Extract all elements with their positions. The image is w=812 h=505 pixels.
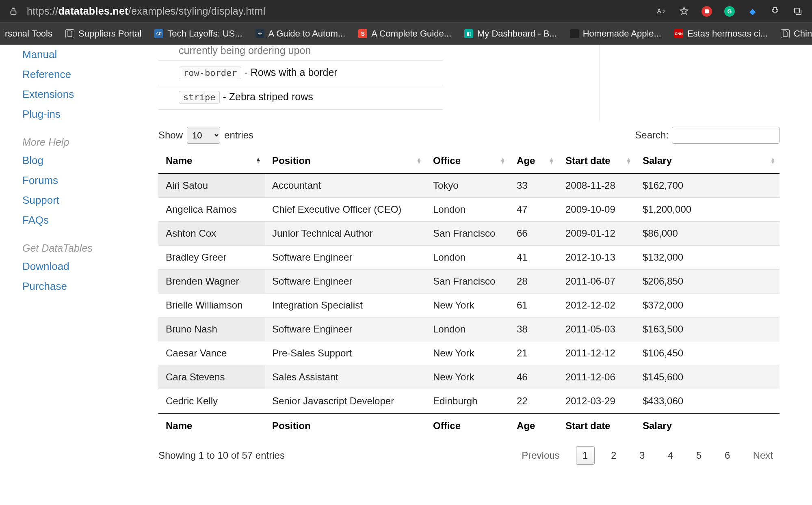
table-info: Showing 1 to 10 of 57 entries bbox=[158, 450, 285, 461]
gem-icon[interactable]: ◆ bbox=[747, 6, 758, 17]
search-control: Search: bbox=[635, 127, 780, 144]
option-desc: - Zebra striped rows bbox=[223, 91, 313, 102]
extension-red-icon[interactable] bbox=[702, 6, 712, 17]
sidebar-link[interactable]: Forums bbox=[22, 170, 158, 190]
url-path: /examples/styling/display.html bbox=[128, 5, 266, 17]
table-row[interactable]: Bradley GreerSoftware EngineerLondon4120… bbox=[158, 246, 780, 270]
paginate-page[interactable]: 1 bbox=[576, 446, 595, 465]
column-header[interactable]: Name▲▼ bbox=[158, 149, 265, 173]
table-row[interactable]: Angelica RamosChief Executive Officer (C… bbox=[158, 198, 780, 222]
sort-icon: ▲▼ bbox=[256, 158, 261, 164]
table-cell: $206,850 bbox=[635, 270, 780, 294]
bookmark-label: rsonal Tools bbox=[5, 28, 52, 39]
length-select[interactable]: 10 bbox=[187, 127, 220, 144]
lock-icon bbox=[9, 7, 18, 16]
column-footer: Age bbox=[509, 413, 558, 438]
table-cell: Pre-Sales Support bbox=[265, 341, 426, 365]
paginate-page[interactable]: 3 bbox=[633, 446, 652, 465]
table-header-row: Name▲▼Position▲▼Office▲▼Age▲▼Start date▲… bbox=[158, 149, 780, 173]
table-cell: 21 bbox=[509, 341, 558, 365]
bookmark-item[interactable]: Suppliers Portal bbox=[65, 28, 141, 39]
sidebar-link[interactable]: Plug-ins bbox=[22, 104, 158, 124]
bookmark-item[interactable]: Homemade Apple... bbox=[570, 28, 661, 39]
table-row[interactable]: Ashton CoxJunior Technical AuthorSan Fra… bbox=[158, 222, 780, 246]
sort-icon: ▲▼ bbox=[626, 158, 631, 164]
bookmark-item[interactable]: SA Complete Guide... bbox=[358, 28, 451, 39]
table-controls: Show 10 entries Search: bbox=[158, 110, 780, 149]
paginate-page[interactable]: 4 bbox=[661, 446, 680, 465]
favicon-icon: ◧ bbox=[464, 29, 473, 38]
table-cell: Software Engineer bbox=[265, 317, 426, 341]
table-cell: $106,450 bbox=[635, 341, 780, 365]
sidebar-link[interactable]: FAQs bbox=[22, 210, 158, 230]
url-domain: datatables.net bbox=[58, 5, 128, 17]
table-cell: Senior Javascript Developer bbox=[265, 389, 426, 414]
table-cell: 2011-12-12 bbox=[558, 341, 635, 365]
grammarly-icon[interactable]: G bbox=[724, 6, 735, 17]
table-cell: London bbox=[426, 198, 509, 222]
table-row[interactable]: Caesar VancePre-Sales SupportNew York212… bbox=[158, 341, 780, 365]
bookmark-item[interactable]: cbTech Layoffs: US... bbox=[154, 28, 242, 39]
paginate-page[interactable]: 5 bbox=[690, 446, 708, 465]
column-label: Name bbox=[166, 155, 192, 166]
column-header[interactable]: Start date▲▼ bbox=[558, 149, 635, 173]
table-cell: 38 bbox=[509, 317, 558, 341]
table-cell: $145,600 bbox=[635, 365, 780, 389]
sidebar-link[interactable]: Download bbox=[22, 257, 158, 276]
bookmark-item[interactable]: rsonal Tools bbox=[5, 28, 52, 39]
paginate-page[interactable]: 6 bbox=[718, 446, 737, 465]
favicon-icon: cb bbox=[154, 29, 163, 38]
bookmark-item[interactable]: ◧My Dashboard - B... bbox=[464, 28, 557, 39]
bookmark-item[interactable]: Chinese bbox=[781, 28, 812, 39]
collections-icon[interactable] bbox=[793, 6, 803, 17]
browser-toolbar-right: Aツ G ◆ bbox=[656, 6, 803, 17]
table-cell: Angelica Ramos bbox=[158, 198, 265, 222]
table-row[interactable]: Airi SatouAccountantTokyo332008-11-28$16… bbox=[158, 173, 780, 198]
table-footer-controls: Showing 1 to 10 of 57 entries Previous 1… bbox=[158, 438, 780, 465]
paginate-next[interactable]: Next bbox=[747, 447, 780, 464]
column-header[interactable]: Age▲▼ bbox=[509, 149, 558, 173]
table-cell: $163,500 bbox=[635, 317, 780, 341]
table-row[interactable]: Bruno NashSoftware EngineerLondon382011-… bbox=[158, 317, 780, 341]
paginate-previous[interactable]: Previous bbox=[515, 447, 566, 464]
option-cutoff-text: currently being ordering upon bbox=[158, 45, 780, 56]
sidebar-link[interactable]: Reference bbox=[22, 65, 158, 84]
url[interactable]: https://datatables.net/examples/styling/… bbox=[27, 5, 266, 17]
table-cell: 47 bbox=[509, 198, 558, 222]
table-cell: 33 bbox=[509, 173, 558, 198]
column-header[interactable]: Salary▲▼ bbox=[635, 149, 780, 173]
sidebar-link[interactable]: Blog bbox=[22, 151, 158, 170]
table-cell: 2009-01-12 bbox=[558, 222, 635, 246]
table-cell: 28 bbox=[509, 270, 558, 294]
length-show-label: Show bbox=[158, 129, 183, 141]
favorite-icon[interactable] bbox=[679, 6, 689, 17]
bookmark-label: Suppliers Portal bbox=[78, 28, 141, 39]
sort-icon: ▲▼ bbox=[549, 158, 554, 164]
bookmark-label: A Complete Guide... bbox=[371, 28, 451, 39]
sidebar-link[interactable]: Purchase bbox=[22, 276, 158, 296]
sidebar-link[interactable]: Extensions bbox=[22, 84, 158, 104]
read-aloud-icon[interactable]: Aツ bbox=[656, 6, 667, 17]
bookmark-item[interactable]: CNNEstas hermosas ci... bbox=[674, 28, 768, 39]
bookmark-item[interactable]: ✳A Guide to Autom... bbox=[256, 28, 346, 39]
table-row[interactable]: Brielle WilliamsonIntegration Specialist… bbox=[158, 294, 780, 317]
bookmark-label: A Guide to Autom... bbox=[269, 28, 346, 39]
extensions-icon[interactable] bbox=[770, 6, 780, 17]
table-cell: 2011-12-06 bbox=[558, 365, 635, 389]
search-input[interactable] bbox=[672, 127, 780, 144]
table-cell: 2012-12-02 bbox=[558, 294, 635, 317]
column-header[interactable]: Office▲▼ bbox=[426, 149, 509, 173]
table-cell: $433,060 bbox=[635, 389, 780, 414]
paginate-page[interactable]: 2 bbox=[604, 446, 623, 465]
table-row[interactable]: Cedric KellySenior Javascript DeveloperE… bbox=[158, 389, 780, 414]
sidebar-link[interactable]: Manual bbox=[22, 45, 158, 65]
column-label: Office bbox=[433, 155, 461, 166]
column-header[interactable]: Position▲▼ bbox=[265, 149, 426, 173]
table-cell: 66 bbox=[509, 222, 558, 246]
table-row[interactable]: Cara StevensSales AssistantNew York46201… bbox=[158, 365, 780, 389]
style-option-row: row-border - Rows with a border bbox=[158, 60, 443, 85]
favicon-icon: S bbox=[358, 29, 367, 38]
table-row[interactable]: Brenden WagnerSoftware EngineerSan Franc… bbox=[158, 270, 780, 294]
sidebar-link[interactable]: Support bbox=[22, 190, 158, 210]
table-cell: Tokyo bbox=[426, 173, 509, 198]
